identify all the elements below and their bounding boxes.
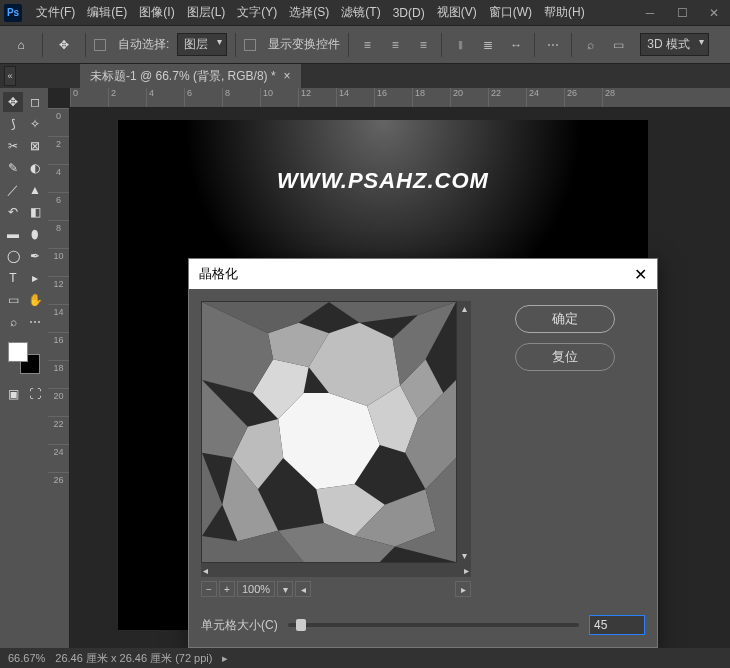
ruler-tick: 6 [184,88,222,107]
close-button[interactable]: ✕ [702,4,726,22]
ok-button[interactable]: 确定 [515,305,615,333]
cell-size-slider[interactable] [288,623,579,627]
ruler-tick: 0 [70,88,108,107]
menu-select[interactable]: 选择(S) [283,1,335,24]
menu-image[interactable]: 图像(I) [133,1,180,24]
param-row: 单元格大小(C) [189,611,657,647]
ruler-tick: 14 [336,88,374,107]
ruler-tick: 24 [526,88,564,107]
zoom-controls: − + 100% ▾ ◂ ▸ [201,579,471,599]
healing-tool[interactable]: ◐ [25,158,45,178]
options-bar: ⌂ ✥ 自动选择: 图层 显示变换控件 ≡ ≡ ≡ ⦀ ≣ ↔ ⋯ ⌕ ▭ 3D… [0,26,730,64]
magic-wand-tool[interactable]: ✧ [25,114,45,134]
align-left-icon[interactable]: ≡ [357,35,377,55]
menu-type[interactable]: 文字(Y) [231,1,283,24]
menu-help[interactable]: 帮助(H) [538,1,591,24]
clone-tool[interactable]: ▲ [25,180,45,200]
menu-edit[interactable]: 编辑(E) [81,1,133,24]
dialog-titlebar[interactable]: 晶格化 ✕ [189,259,657,289]
ruler-tick: 14 [48,304,69,332]
move-tool[interactable]: ✥ [3,92,23,112]
dodge-tool[interactable]: ◯ [3,246,23,266]
scroll-down-icon[interactable]: ▾ [462,550,467,561]
status-bar: 66.67% 26.46 厘米 x 26.46 厘米 (72 ppi) ▸ [0,648,730,668]
type-tool[interactable]: T [3,268,23,288]
quickmask-tool[interactable]: ▣ [3,384,23,404]
preview-image[interactable] [201,301,457,563]
ruler-tick: 22 [488,88,526,107]
eraser-tool[interactable]: ◧ [25,202,45,222]
color-swatches[interactable] [8,342,40,374]
status-arrow-icon[interactable]: ▸ [222,652,228,665]
3d-mode-dropdown[interactable]: 3D 模式 [640,33,709,56]
status-zoom[interactable]: 66.67% [8,652,45,664]
show-transform-label: 显示变换控件 [268,36,340,53]
hand-tool[interactable]: ✋ [25,290,45,310]
ruler-tick: 26 [564,88,602,107]
reset-button[interactable]: 复位 [515,343,615,371]
zoom-tool[interactable]: ⌕ [3,312,23,332]
gradient-tool[interactable]: ▬ [3,224,23,244]
watermark-text: WWW.PSAHZ.COM [277,168,489,194]
maximize-button[interactable]: ☐ [670,4,694,22]
history-brush-tool[interactable]: ↶ [3,202,23,222]
menu-view[interactable]: 视图(V) [431,1,483,24]
cell-size-input[interactable] [589,615,645,635]
ruler-tick: 10 [260,88,298,107]
zoom-prev-icon[interactable]: ◂ [295,581,311,597]
slider-thumb[interactable] [296,619,306,631]
scroll-right-icon[interactable]: ▸ [464,565,469,576]
menu-file[interactable]: 文件(F) [30,1,81,24]
zoom-next-icon[interactable]: ▸ [455,581,471,597]
document-tab-label: 未标题-1 @ 66.7% (背景, RGB/8) * [90,68,276,85]
edit-toolbar[interactable]: ⋯ [25,312,45,332]
move-tool-icon[interactable]: ✥ [51,32,77,58]
preview-hscroll[interactable]: ◂▸ [201,563,471,577]
distribute-h-icon[interactable]: ⦀ [450,35,470,55]
ruler-tick: 26 [48,472,69,500]
brush-tool[interactable]: ／ [3,180,23,200]
distribute-spacing-icon[interactable]: ↔ [506,35,526,55]
auto-select-dropdown[interactable]: 图层 [177,33,227,56]
ruler-tick: 4 [146,88,184,107]
menu-3d[interactable]: 3D(D) [387,3,431,23]
menu-filter[interactable]: 滤镜(T) [335,1,386,24]
zoom-out-button[interactable]: − [201,581,217,597]
home-icon[interactable]: ⌂ [8,32,34,58]
marquee-tool[interactable]: ◻ [25,92,45,112]
preview-vscroll[interactable]: ▴▾ [457,301,471,563]
zoom-in-button[interactable]: + [219,581,235,597]
workspace-icon[interactable]: ▭ [608,35,628,55]
distribute-v-icon[interactable]: ≣ [478,35,498,55]
lasso-tool[interactable]: ⟆ [3,114,23,134]
show-transform-checkbox[interactable] [244,39,256,51]
status-dimensions: 26.46 厘米 x 26.46 厘米 (72 ppi) [55,651,212,666]
ruler-tick: 20 [450,88,488,107]
foreground-color-swatch[interactable] [8,342,28,362]
eyedropper-tool[interactable]: ✎ [3,158,23,178]
screenmode-tool[interactable]: ⛶ [25,384,45,404]
minimize-button[interactable]: ─ [638,4,662,22]
align-center-icon[interactable]: ≡ [385,35,405,55]
tab-close-icon[interactable]: × [284,69,291,83]
document-tab[interactable]: 未标题-1 @ 66.7% (背景, RGB/8) * × [80,64,301,89]
pen-tool[interactable]: ✒ [25,246,45,266]
frame-tool[interactable]: ⊠ [25,136,45,156]
ruler-tick: 18 [412,88,450,107]
auto-select-checkbox[interactable] [94,39,106,51]
dialog-close-icon[interactable]: ✕ [634,265,647,284]
collapse-left-icon[interactable]: « [4,66,16,86]
path-select-tool[interactable]: ▸ [25,268,45,288]
align-right-icon[interactable]: ≡ [413,35,433,55]
zoom-dropdown-icon[interactable]: ▾ [277,581,293,597]
crop-tool[interactable]: ✂ [3,136,23,156]
menu-layer[interactable]: 图层(L) [181,1,232,24]
zoom-level-dropdown[interactable]: 100% [237,581,275,597]
scroll-left-icon[interactable]: ◂ [203,565,208,576]
more-options-icon[interactable]: ⋯ [543,35,563,55]
blur-tool[interactable]: ⬮ [25,224,45,244]
search-icon[interactable]: ⌕ [580,35,600,55]
scroll-up-icon[interactable]: ▴ [462,303,467,314]
shape-tool[interactable]: ▭ [3,290,23,310]
menu-window[interactable]: 窗口(W) [483,1,538,24]
